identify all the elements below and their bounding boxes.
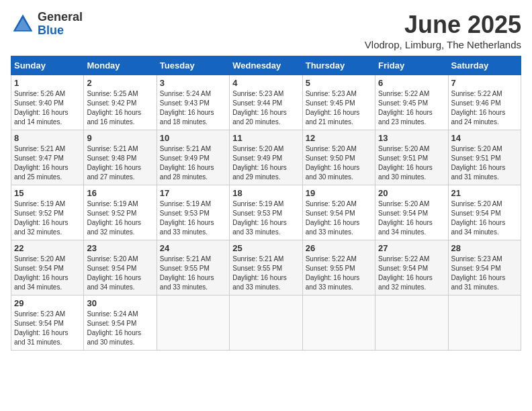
calendar-cell — [230, 295, 302, 351]
calendar-cell — [302, 295, 375, 351]
day-number: 24 — [160, 243, 226, 253]
day-number: 7 — [451, 78, 518, 88]
calendar-cell: 30Sunrise: 5:24 AMSunset: 9:54 PMDayligh… — [84, 295, 157, 351]
weekday-header: Tuesday — [157, 56, 229, 75]
weekday-header: Monday — [84, 56, 157, 75]
day-number: 5 — [306, 78, 372, 88]
calendar-cell: 2Sunrise: 5:25 AMSunset: 9:42 PMDaylight… — [84, 75, 157, 130]
day-info: Sunrise: 5:21 AMSunset: 9:55 PMDaylight:… — [160, 255, 226, 292]
day-info: Sunrise: 5:19 AMSunset: 9:52 PMDaylight:… — [14, 199, 81, 237]
day-info: Sunrise: 5:19 AMSunset: 9:52 PMDaylight:… — [87, 199, 153, 237]
weekday-header: Sunday — [11, 56, 84, 75]
day-number: 13 — [378, 133, 445, 143]
day-info: Sunrise: 5:24 AMSunset: 9:43 PMDaylight:… — [160, 89, 226, 127]
calendar-cell: 19Sunrise: 5:20 AMSunset: 9:54 PMDayligh… — [302, 185, 375, 240]
calendar-cell: 18Sunrise: 5:19 AMSunset: 9:53 PMDayligh… — [230, 185, 302, 240]
day-info: Sunrise: 5:21 AMSunset: 9:55 PMDaylight:… — [232, 255, 299, 292]
calendar-cell: 25Sunrise: 5:21 AMSunset: 9:55 PMDayligh… — [230, 240, 302, 295]
calendar-cell: 5Sunrise: 5:23 AMSunset: 9:45 PMDaylight… — [302, 75, 375, 130]
day-number: 19 — [306, 188, 372, 198]
calendar-cell — [157, 295, 229, 351]
day-number: 21 — [451, 188, 518, 198]
day-info: Sunrise: 5:21 AMSunset: 9:48 PMDaylight:… — [87, 144, 153, 182]
day-info: Sunrise: 5:20 AMSunset: 9:51 PMDaylight:… — [378, 144, 445, 182]
calendar-week-row: 8Sunrise: 5:21 AMSunset: 9:47 PMDaylight… — [11, 130, 521, 185]
day-info: Sunrise: 5:19 AMSunset: 9:53 PMDaylight:… — [232, 199, 299, 237]
day-number: 17 — [160, 188, 226, 198]
day-info: Sunrise: 5:20 AMSunset: 9:49 PMDaylight:… — [232, 144, 299, 182]
day-number: 12 — [306, 133, 372, 143]
month-title: June 2025 — [365, 11, 521, 39]
day-info: Sunrise: 5:21 AMSunset: 9:49 PMDaylight:… — [160, 144, 226, 182]
calendar-cell: 22Sunrise: 5:20 AMSunset: 9:54 PMDayligh… — [11, 240, 84, 295]
calendar-cell: 15Sunrise: 5:19 AMSunset: 9:52 PMDayligh… — [11, 185, 84, 240]
calendar-week-row: 22Sunrise: 5:20 AMSunset: 9:54 PMDayligh… — [11, 240, 521, 295]
day-number: 28 — [451, 243, 518, 253]
day-number: 1 — [14, 78, 81, 88]
day-info: Sunrise: 5:20 AMSunset: 9:54 PMDaylight:… — [451, 199, 518, 237]
logo-blue-label: Blue — [38, 24, 83, 38]
day-number: 30 — [87, 298, 153, 308]
day-number: 29 — [14, 298, 81, 308]
day-number: 4 — [232, 78, 299, 88]
day-info: Sunrise: 5:23 AMSunset: 9:44 PMDaylight:… — [232, 89, 299, 127]
calendar-cell: 29Sunrise: 5:23 AMSunset: 9:54 PMDayligh… — [11, 295, 84, 351]
day-number: 23 — [87, 243, 153, 253]
calendar-cell: 9Sunrise: 5:21 AMSunset: 9:48 PMDaylight… — [84, 130, 157, 185]
day-number: 25 — [232, 243, 299, 253]
calendar-cell: 1Sunrise: 5:26 AMSunset: 9:40 PMDaylight… — [11, 75, 84, 130]
calendar-week-row: 1Sunrise: 5:26 AMSunset: 9:40 PMDaylight… — [11, 75, 521, 130]
day-number: 27 — [378, 243, 445, 253]
day-number: 16 — [87, 188, 153, 198]
day-info: Sunrise: 5:23 AMSunset: 9:54 PMDaylight:… — [14, 310, 81, 347]
day-number: 20 — [378, 188, 445, 198]
day-number: 6 — [378, 78, 445, 88]
calendar-cell — [375, 295, 448, 351]
calendar-week-row: 29Sunrise: 5:23 AMSunset: 9:54 PMDayligh… — [11, 295, 521, 351]
page-container: General Blue June 2025 Vlodrop, Limburg,… — [11, 11, 521, 351]
calendar-cell: 24Sunrise: 5:21 AMSunset: 9:55 PMDayligh… — [157, 240, 229, 295]
calendar-cell: 4Sunrise: 5:23 AMSunset: 9:44 PMDaylight… — [230, 75, 302, 130]
calendar-cell: 16Sunrise: 5:19 AMSunset: 9:52 PMDayligh… — [84, 185, 157, 240]
calendar-cell: 23Sunrise: 5:20 AMSunset: 9:54 PMDayligh… — [84, 240, 157, 295]
day-number: 8 — [14, 133, 81, 143]
calendar-cell: 26Sunrise: 5:22 AMSunset: 9:55 PMDayligh… — [302, 240, 375, 295]
day-info: Sunrise: 5:20 AMSunset: 9:54 PMDaylight:… — [378, 199, 445, 237]
day-info: Sunrise: 5:20 AMSunset: 9:54 PMDaylight:… — [306, 199, 372, 237]
calendar-table: SundayMondayTuesdayWednesdayThursdayFrid… — [11, 56, 521, 351]
logo-text: General Blue — [38, 11, 83, 38]
calendar-cell: 11Sunrise: 5:20 AMSunset: 9:49 PMDayligh… — [230, 130, 302, 185]
calendar-cell: 12Sunrise: 5:20 AMSunset: 9:50 PMDayligh… — [302, 130, 375, 185]
day-info: Sunrise: 5:25 AMSunset: 9:42 PMDaylight:… — [87, 89, 153, 127]
day-info: Sunrise: 5:20 AMSunset: 9:54 PMDaylight:… — [87, 255, 153, 292]
day-number: 2 — [87, 78, 153, 88]
weekday-header: Friday — [375, 56, 448, 75]
day-number: 26 — [306, 243, 372, 253]
day-info: Sunrise: 5:22 AMSunset: 9:45 PMDaylight:… — [378, 89, 445, 127]
calendar-cell: 17Sunrise: 5:19 AMSunset: 9:53 PMDayligh… — [157, 185, 229, 240]
calendar-cell: 21Sunrise: 5:20 AMSunset: 9:54 PMDayligh… — [448, 185, 521, 240]
logo-icon — [11, 12, 35, 36]
day-number: 15 — [14, 188, 81, 198]
day-number: 22 — [14, 243, 81, 253]
calendar-cell: 6Sunrise: 5:22 AMSunset: 9:45 PMDaylight… — [375, 75, 448, 130]
calendar-cell: 28Sunrise: 5:23 AMSunset: 9:54 PMDayligh… — [448, 240, 521, 295]
day-info: Sunrise: 5:20 AMSunset: 9:51 PMDaylight:… — [451, 144, 518, 182]
calendar-cell: 8Sunrise: 5:21 AMSunset: 9:47 PMDaylight… — [11, 130, 84, 185]
day-number: 11 — [232, 133, 299, 143]
day-info: Sunrise: 5:22 AMSunset: 9:55 PMDaylight:… — [306, 255, 372, 292]
logo-general-label: General — [38, 11, 83, 24]
location-title: Vlodrop, Limburg, The Netherlands — [365, 39, 521, 50]
calendar-week-row: 15Sunrise: 5:19 AMSunset: 9:52 PMDayligh… — [11, 185, 521, 240]
day-number: 9 — [87, 133, 153, 143]
day-number: 3 — [160, 78, 226, 88]
logo: General Blue — [11, 11, 83, 38]
calendar-cell: 20Sunrise: 5:20 AMSunset: 9:54 PMDayligh… — [375, 185, 448, 240]
calendar-cell: 13Sunrise: 5:20 AMSunset: 9:51 PMDayligh… — [375, 130, 448, 185]
title-area: June 2025 Vlodrop, Limburg, The Netherla… — [365, 11, 521, 50]
day-info: Sunrise: 5:26 AMSunset: 9:40 PMDaylight:… — [14, 89, 81, 127]
calendar-cell: 10Sunrise: 5:21 AMSunset: 9:49 PMDayligh… — [157, 130, 229, 185]
header: General Blue June 2025 Vlodrop, Limburg,… — [11, 11, 521, 50]
weekday-header: Thursday — [302, 56, 375, 75]
day-info: Sunrise: 5:21 AMSunset: 9:47 PMDaylight:… — [14, 144, 81, 182]
